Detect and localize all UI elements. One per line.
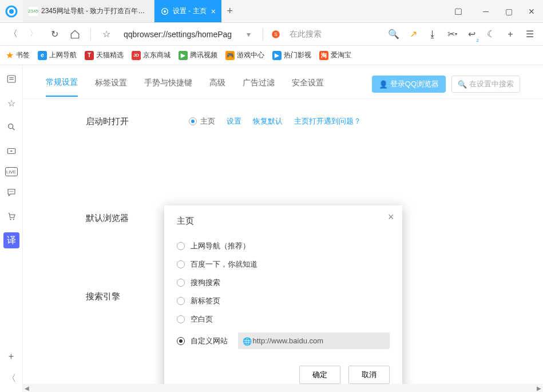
app-logo xyxy=(0,0,23,23)
reload-button[interactable]: ↻ xyxy=(46,26,63,43)
bookmark-item[interactable]: ▶腾讯视频 xyxy=(179,50,217,60)
search-placeholder: 在此搜索 xyxy=(290,29,322,38)
nav-adblock[interactable]: 广告过滤 xyxy=(243,78,275,96)
restore-icon[interactable]: ↩2 xyxy=(463,26,480,43)
login-button[interactable]: 👤 登录QQ浏览器 xyxy=(372,76,446,93)
svg-text:S: S xyxy=(274,31,278,37)
site-icon: 2345 xyxy=(29,7,38,16)
radio-icon xyxy=(177,297,185,305)
ok-button[interactable]: 确定 xyxy=(299,366,340,384)
svg-point-16 xyxy=(13,219,14,220)
radio-icon xyxy=(177,260,185,268)
bookmark-item[interactable]: T天猫精选 xyxy=(85,50,124,60)
download-icon[interactable]: ⭳ xyxy=(424,26,441,43)
horizontal-scrollbar[interactable]: ◀ ▶ xyxy=(23,384,543,392)
nav-general[interactable]: 常规设置 xyxy=(46,77,78,97)
radio-icon xyxy=(177,242,185,250)
trouble-link[interactable]: 主页打开遇到问题？ xyxy=(294,116,361,126)
search-engine-icon[interactable]: S xyxy=(270,29,282,40)
bookmark-item[interactable]: 🎮游戏中心 xyxy=(225,50,264,60)
history-icon[interactable]: ↗ xyxy=(405,26,422,43)
divider xyxy=(90,29,91,40)
nav-advanced[interactable]: 高级 xyxy=(209,78,225,96)
search-rail-icon[interactable] xyxy=(3,119,19,135)
minimize-button[interactable]: ─ xyxy=(474,0,497,23)
nav-gestures[interactable]: 手势与快捷键 xyxy=(144,78,192,96)
home-button[interactable] xyxy=(66,26,84,43)
maximize-button[interactable]: ▢ xyxy=(497,0,520,23)
svg-point-15 xyxy=(10,219,11,220)
close-icon[interactable]: × xyxy=(388,211,394,223)
translate-icon[interactable]: 译 xyxy=(3,232,19,248)
bookmarks-label[interactable]: ★ 书签 xyxy=(6,50,30,61)
cancel-button[interactable]: 取消 xyxy=(348,366,390,384)
settings-icon xyxy=(160,7,169,16)
bookmark-item[interactable]: ▶热门影视 xyxy=(272,50,311,60)
browser-tab-1[interactable]: 2345 2345网址导航 - 致力于打造百年品牌 xyxy=(23,0,154,22)
globe-icon: 🌐 xyxy=(243,336,252,345)
forward-button[interactable]: 〉 xyxy=(25,26,42,43)
favorites-icon[interactable]: ☆ xyxy=(3,95,19,111)
radio-homepage[interactable]: 主页 xyxy=(189,116,215,126)
svg-point-14 xyxy=(12,191,13,192)
scroll-right-icon[interactable]: ▶ xyxy=(535,384,543,392)
back-button[interactable]: 〈 xyxy=(5,26,22,43)
search-settings-input[interactable]: 🔍 在设置中搜索 xyxy=(451,76,520,93)
set-link[interactable]: 设置 xyxy=(227,116,241,126)
radio-icon xyxy=(177,315,185,323)
svg-point-12 xyxy=(10,191,11,192)
modal-option-baidu[interactable]: 百度一下，你就知道 xyxy=(177,255,390,274)
url-text: qqbrowser://settings/homePag xyxy=(124,30,232,39)
add-rail-icon[interactable]: + xyxy=(3,349,19,365)
close-button[interactable]: ✕ xyxy=(520,0,543,23)
homepage-modal: 主页 × 上网导航（推荐） 百度一下，你就知道 搜狗搜索 新标签页 xyxy=(164,205,402,392)
modal-title: 主页 xyxy=(177,216,390,227)
modal-option-newtab[interactable]: 新标签页 xyxy=(177,292,390,310)
tab-label: 2345网址导航 - 致力于打造百年品牌 xyxy=(41,6,148,16)
cart-icon[interactable] xyxy=(3,208,19,224)
modal-option-sogou[interactable]: 搜狗搜索 xyxy=(177,274,390,292)
news-icon[interactable] xyxy=(3,71,19,87)
tab-label: 设置 - 主页 xyxy=(173,6,207,16)
svg-point-9 xyxy=(8,124,13,129)
menu-icon[interactable]: ☰ xyxy=(521,26,538,43)
bookmark-item[interactable]: 淘爱淘宝 xyxy=(319,50,351,60)
svg-point-3 xyxy=(164,10,166,13)
moon-icon[interactable]: ☾ xyxy=(482,26,500,43)
modal-option-nav[interactable]: 上网导航（推荐） xyxy=(177,237,390,255)
radio-icon xyxy=(177,337,185,345)
new-tab-button[interactable]: + xyxy=(221,0,239,22)
user-icon: 👤 xyxy=(379,80,388,89)
dropdown-icon[interactable]: ▾ xyxy=(247,30,251,39)
modal-option-custom[interactable]: 自定义网站 🌐 xyxy=(177,328,390,353)
scroll-left-icon[interactable]: ◀ xyxy=(23,384,31,392)
address-bar[interactable]: qqbrowser://settings/homePag ▾ xyxy=(118,26,256,42)
bookmark-item[interactable]: JD京东商城 xyxy=(132,50,171,60)
close-icon[interactable]: × xyxy=(211,7,216,16)
radio-icon xyxy=(177,279,185,287)
live-icon[interactable]: LIVE xyxy=(5,167,18,176)
browser-tab-2[interactable]: 设置 - 主页 × xyxy=(154,0,221,22)
star-icon[interactable]: ☆ xyxy=(98,26,115,43)
collapse-rail-icon[interactable]: 〈 xyxy=(3,370,19,386)
svg-rect-6 xyxy=(7,76,15,82)
search-icon: 🔍 xyxy=(458,80,467,89)
search-input[interactable]: 在此搜索 xyxy=(285,29,382,39)
nav-security[interactable]: 安全设置 xyxy=(292,78,324,96)
star-icon: ★ xyxy=(6,50,14,61)
video-icon[interactable] xyxy=(3,143,19,159)
modal-option-blank[interactable]: 空白页 xyxy=(177,310,390,328)
startup-label: 启动时打开 xyxy=(86,116,189,127)
custom-url-input[interactable] xyxy=(238,332,390,349)
divider xyxy=(263,29,263,40)
skin-icon[interactable] xyxy=(447,0,470,23)
nav-tabs[interactable]: 标签设置 xyxy=(95,78,127,96)
restore-link[interactable]: 恢复默认 xyxy=(253,116,283,126)
scissors-icon[interactable]: ✂▾ xyxy=(443,26,461,43)
plus-icon[interactable]: + xyxy=(502,26,519,43)
chat-icon[interactable] xyxy=(3,184,19,200)
svg-line-10 xyxy=(13,128,14,130)
zoom-icon[interactable]: 🔍 xyxy=(385,26,402,43)
svg-point-1 xyxy=(9,9,14,14)
bookmark-item[interactable]: e上网导航 xyxy=(38,50,77,60)
